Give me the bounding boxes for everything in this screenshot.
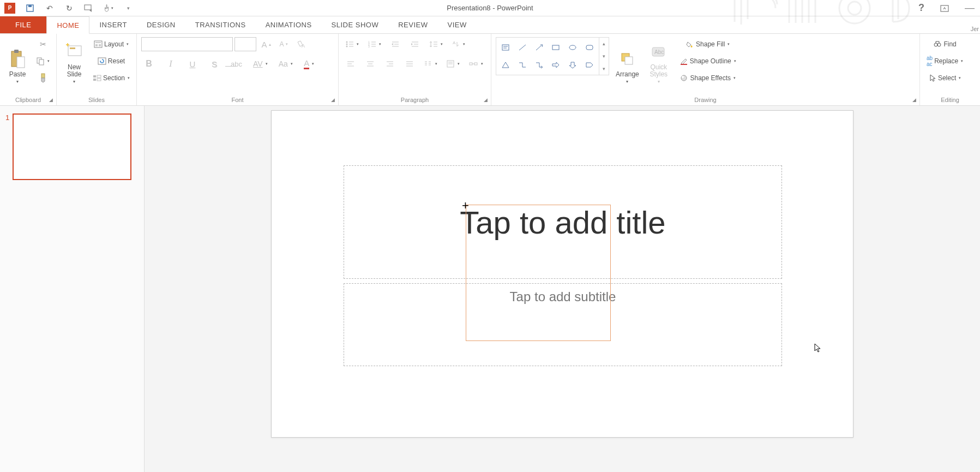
shape-rectangle-icon[interactable] <box>548 39 564 56</box>
format-painter-button[interactable] <box>34 71 52 85</box>
tab-slideshow[interactable]: SLIDE SHOW <box>322 16 389 33</box>
dialog-launcher-icon[interactable]: ◢ <box>47 97 54 103</box>
dialog-launcher-icon[interactable]: ◢ <box>911 97 917 103</box>
shape-outline-button[interactable]: Shape Outline▾ <box>675 54 741 68</box>
bullets-button[interactable]: ▾ <box>343 37 361 51</box>
group-clipboard: Paste ▾ ✂ ▾ Clipboard ◢ <box>0 34 57 105</box>
text-direction-button[interactable]: A▾ <box>449 37 467 51</box>
ribbon: Paste ▾ ✂ ▾ Clipboard ◢ <box>0 34 980 106</box>
align-text-button[interactable]: ▾ <box>444 57 462 71</box>
select-button[interactable]: Select▾ <box>924 71 965 85</box>
shape-down-arrow-icon[interactable] <box>564 56 581 74</box>
group-drawing: ▴ ▾ ▾ Arrange ▾ Abc Quick Styles ▾ Shape… <box>491 34 920 105</box>
shadow-button[interactable]: S <box>207 57 222 71</box>
svg-line-83 <box>536 45 542 50</box>
shape-elbow-arrow-icon[interactable] <box>531 56 548 74</box>
drawing-rectangle[interactable] <box>466 205 611 341</box>
layout-button[interactable]: Layout▾ <box>91 37 132 51</box>
shape-rounded-rect-icon[interactable] <box>581 39 598 56</box>
bold-button[interactable]: B <box>141 57 157 71</box>
scroll-up-icon[interactable]: ▴ <box>599 38 609 50</box>
shape-line-icon[interactable] <box>514 39 531 56</box>
slide-thumbnail[interactable] <box>13 113 131 180</box>
save-icon[interactable] <box>25 3 35 13</box>
copy-button[interactable]: ▾ <box>34 54 52 68</box>
smartart-button[interactable]: ▾ <box>466 57 485 71</box>
ribbon-display-icon[interactable] <box>940 4 949 13</box>
tab-transitions[interactable]: TRANSITIONS <box>185 16 256 33</box>
line-spacing-button[interactable]: ▾ <box>427 37 445 51</box>
underline-button[interactable]: U <box>185 57 200 71</box>
align-left-button[interactable] <box>343 57 358 71</box>
font-color-button[interactable]: A▾ <box>302 57 317 71</box>
shape-effects-button[interactable]: Shape Effects▾ <box>675 71 741 85</box>
tab-insert[interactable]: INSERT <box>89 16 136 33</box>
effects-icon <box>680 74 688 82</box>
increase-indent-button[interactable] <box>407 37 423 51</box>
shape-right-arrow-icon[interactable] <box>548 56 564 74</box>
help-icon[interactable]: ? <box>918 2 924 14</box>
replace-icon: abac <box>927 55 933 67</box>
shape-arrow-line-icon[interactable] <box>531 39 548 56</box>
tab-file[interactable]: FILE <box>0 16 46 33</box>
reset-button[interactable]: Reset <box>91 54 132 68</box>
tab-review[interactable]: REVIEW <box>388 16 437 33</box>
svg-rect-23 <box>70 47 75 49</box>
font-name-input[interactable] <box>141 37 233 51</box>
new-slide-button[interactable]: New Slide ▾ <box>61 37 87 85</box>
mouse-pointer-icon <box>814 343 821 352</box>
decrease-font-button[interactable]: A▾ <box>276 37 291 51</box>
dialog-launcher-icon[interactable]: ◢ <box>329 97 336 103</box>
decrease-indent-button[interactable] <box>388 37 403 51</box>
tab-animations[interactable]: ANIMATIONS <box>256 16 322 33</box>
paste-button[interactable]: Paste ▾ <box>4 37 31 85</box>
replace-button[interactable]: abacReplace▾ <box>924 54 965 68</box>
align-center-button[interactable] <box>363 57 378 71</box>
shapes-gallery-expand[interactable]: ▴ ▾ ▾ <box>599 37 609 75</box>
strikethrough-button[interactable]: abc <box>229 57 244 71</box>
group-font: A▴ A▾ A B I U S abc AV▾ Aa▾ A▾ Font ◢ <box>137 34 339 105</box>
clear-formatting-button[interactable]: A <box>293 37 309 51</box>
numbering-button[interactable]: 123▾ <box>365 37 383 51</box>
justify-button[interactable] <box>402 57 417 71</box>
shape-pentagon-icon[interactable] <box>581 56 598 74</box>
columns-button[interactable]: ▾ <box>422 57 440 71</box>
more-icon[interactable]: ▾ <box>599 62 609 75</box>
pen-icon <box>680 57 688 65</box>
tab-home[interactable]: HOME <box>46 16 89 34</box>
title-bar: P ↶ ↻ ▾ ▾ Presentation8 - PowerPoint ? — <box>0 0 980 16</box>
shapes-gallery[interactable] <box>496 37 599 75</box>
start-from-beginning-icon[interactable] <box>84 3 94 13</box>
svg-point-12 <box>848 2 861 15</box>
shape-oval-icon[interactable] <box>564 39 581 56</box>
tab-view[interactable]: VIEW <box>438 16 477 33</box>
scroll-down-icon[interactable]: ▾ <box>599 50 609 63</box>
shape-triangle-icon[interactable] <box>497 56 514 74</box>
thumbnail-item[interactable]: 1 <box>5 113 139 180</box>
increase-font-button[interactable]: A▴ <box>258 37 274 51</box>
shape-textbox-icon[interactable] <box>497 39 514 56</box>
arrange-button[interactable]: Arrange ▾ <box>612 37 642 85</box>
quick-styles-button[interactable]: Abc Quick Styles ▾ <box>646 37 672 85</box>
change-case-button[interactable]: Aa▾ <box>276 57 295 71</box>
font-size-input[interactable] <box>235 37 256 51</box>
svg-point-38 <box>346 46 348 47</box>
section-button[interactable]: Section▾ <box>91 71 132 85</box>
find-label: Find <box>943 40 956 48</box>
customize-qat-icon[interactable]: ▾ <box>123 3 133 13</box>
align-right-button[interactable] <box>382 57 398 71</box>
tab-design[interactable]: DESIGN <box>137 16 185 33</box>
slide[interactable]: Tap to add title Tap to add subtitle + <box>271 110 853 438</box>
char-spacing-button[interactable]: AV▾ <box>251 57 270 71</box>
shape-elbow-icon[interactable] <box>514 56 531 74</box>
cut-button[interactable]: ✂ <box>34 37 52 51</box>
shape-fill-button[interactable]: Shape Fill▾ <box>675 37 741 51</box>
paste-label: Paste <box>9 71 26 78</box>
dialog-launcher-icon[interactable]: ◢ <box>482 97 489 103</box>
minimize-icon[interactable]: — <box>965 2 975 14</box>
find-button[interactable]: Find <box>924 37 965 51</box>
italic-button[interactable]: I <box>163 57 178 71</box>
touch-mode-icon[interactable]: ▾ <box>104 3 113 13</box>
undo-icon[interactable]: ↶ <box>45 3 55 13</box>
redo-icon[interactable]: ↻ <box>64 3 74 13</box>
